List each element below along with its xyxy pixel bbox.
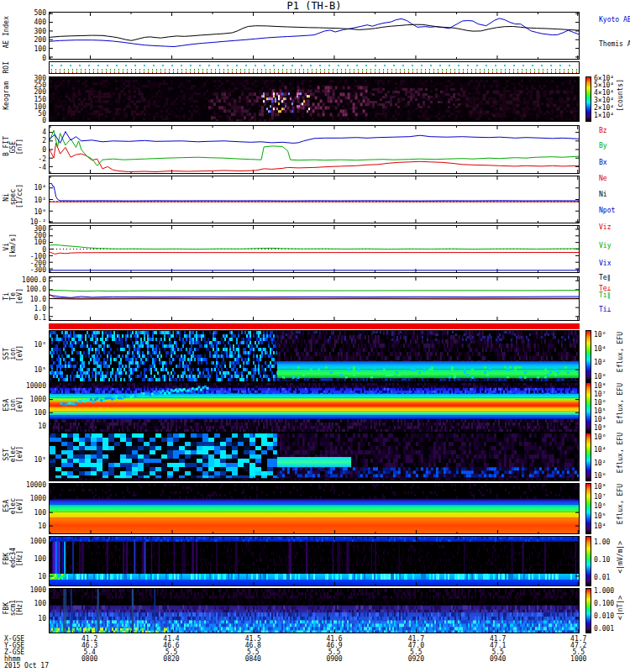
colorbar-tick-label: 10³ — [594, 424, 606, 432]
y-tick-label: 1.0 — [8, 305, 46, 312]
panel-temperature — [49, 276, 580, 321]
panel-esa-electron — [49, 483, 580, 534]
panel-sst-electron — [49, 433, 580, 481]
y-tick-label: 0 — [8, 55, 46, 62]
panel-fbk-efield — [49, 536, 580, 586]
line-plot-ni — [50, 176, 579, 223]
colorbar-tick-label: 10⁶ — [594, 502, 606, 510]
y-tick-label: 1000.0 — [8, 276, 46, 284]
colorbar-tick-label: 1×10⁴ — [594, 112, 614, 119]
colorbar-tick-label: 0.001 — [594, 625, 614, 633]
panel-velocity — [49, 225, 580, 273]
colorbar-tick-label: 10⁶ — [594, 331, 606, 339]
colorbar-tick-label: 2×10⁴ — [594, 104, 614, 112]
colorbar-tick-label: 0.100 — [594, 600, 614, 607]
series-By — [50, 130, 579, 165]
y-tick-label: 1000 — [8, 586, 46, 594]
panel-fbk-bfield — [49, 588, 580, 633]
y-tick-label: 4 — [8, 129, 46, 136]
y-tick-label: 0 — [8, 146, 46, 154]
panel-density — [49, 176, 580, 223]
plot-title: P1 (TH-B) — [49, 0, 580, 12]
date-label: 2015 Oct 17 — [4, 662, 49, 669]
colorbar-unit-label: Eflux, EFU — [617, 332, 624, 372]
y-tick-label: 10⁶ — [8, 341, 46, 349]
bottom-value-hhmm: 0920 — [399, 655, 433, 663]
colorbar-tick-label: 4×10⁴ — [594, 89, 614, 97]
colorbar-unit-label: <|nT|> — [617, 596, 624, 620]
colorbar-tick-label: 10⁷ — [594, 391, 606, 398]
right-series-label: Viz — [599, 223, 611, 231]
bottom-value-hhmm: 1000 — [562, 655, 596, 663]
roi-cyan-dash-row — [51, 65, 577, 66]
colorbar-tick-label: 10⁴ — [594, 446, 606, 454]
bottom-value-hhmm: 0940 — [481, 655, 515, 663]
y-tick-label: 10⁵ — [8, 456, 46, 464]
colorbar-sst_ion — [585, 330, 591, 382]
spectrogram-fbk_b — [50, 589, 579, 633]
bottom-value-hhmm: 0800 — [73, 655, 107, 663]
right-series-label: Ni — [599, 191, 607, 198]
colorbar-tick-label: 1.00 — [594, 538, 610, 546]
panel-ae-index — [49, 12, 580, 60]
y-tick-label: 100 — [8, 409, 46, 417]
y-tick-label: -2 — [8, 155, 46, 163]
right-series-label: Ti⊥ — [599, 306, 611, 313]
y-tick-label: 10 — [8, 423, 46, 430]
spectrogram-esa_elec — [50, 484, 579, 533]
right-series-label: Themis AE — [599, 40, 630, 48]
right-series-label: Vix — [599, 260, 611, 267]
line-plot-vi — [50, 226, 579, 272]
panel-sst-ion — [49, 330, 580, 382]
panel-roi — [49, 61, 580, 74]
colorbar-tick-label: 10⁷ — [594, 493, 606, 501]
colorbar-tick-label: 10⁵ — [594, 407, 606, 415]
series-Viy — [50, 245, 579, 249]
y-tick-label: 10⁵ — [8, 366, 46, 374]
colorbar-esa_ion — [585, 382, 591, 433]
colorbar-unit-label: Eflux, EFU — [617, 433, 624, 473]
colorbar-tick-label: 0.10 — [594, 556, 610, 564]
series-Bx — [50, 132, 579, 144]
y-tick-label: 10.0 — [8, 296, 46, 303]
colorbar-tick-label: 0.010 — [594, 612, 614, 620]
roi-red-dot-row — [51, 71, 577, 73]
colorbar-sst_elec — [585, 433, 591, 481]
colorbar-tick-label: 6×10⁴ — [594, 75, 614, 82]
colorbar-esa_elec — [585, 483, 591, 534]
y-tick-label: 10 — [8, 522, 46, 530]
series-Viz — [50, 252, 579, 254]
roi-green-dot-row — [51, 69, 577, 71]
bottom-value-hhmm: 0840 — [236, 655, 270, 663]
line-plot-ti — [50, 277, 579, 320]
colorbar-tick-label: 10⁶ — [594, 399, 606, 407]
colorbar-tick-label: 10⁰ — [594, 472, 606, 480]
colorbar-tick-label: 10⁴ — [594, 345, 606, 353]
y-tick-label: 100 — [8, 555, 46, 563]
line-plot-ae — [50, 13, 579, 59]
y-tick-label: 500 — [8, 9, 46, 17]
right-series-label: By — [599, 142, 607, 150]
quality-flag-bar — [49, 323, 580, 329]
series-Bz — [50, 143, 579, 171]
right-series-label: Bz — [599, 127, 607, 134]
bottom-value-hhmm: 0820 — [155, 655, 188, 663]
series-KyotoAE — [50, 18, 579, 47]
axis-name-roi-0: ROI — [3, 61, 10, 73]
y-tick-label: -4 — [8, 164, 46, 171]
y-tick-label: 1000 — [8, 538, 46, 545]
spectrogram-keogram — [50, 77, 579, 121]
y-tick-label: 250 — [8, 81, 46, 89]
colorbar-tick-label: 10² — [594, 459, 606, 467]
spectrogram-sst_elec — [50, 433, 579, 480]
right-series-label: Viy — [599, 242, 611, 249]
y-tick-label: 10 — [8, 615, 46, 622]
colorbar-tick-label: 10⁰ — [594, 373, 606, 381]
y-tick-label: 0.1 — [8, 314, 46, 322]
y-tick-label: 100 — [8, 45, 46, 53]
y-tick-label: 10000 — [8, 382, 46, 390]
y-tick-label: 2 — [8, 137, 46, 144]
y-tick-label: 100 — [8, 103, 46, 111]
series-Te — [50, 294, 579, 298]
series-ThemisAE — [50, 24, 579, 40]
